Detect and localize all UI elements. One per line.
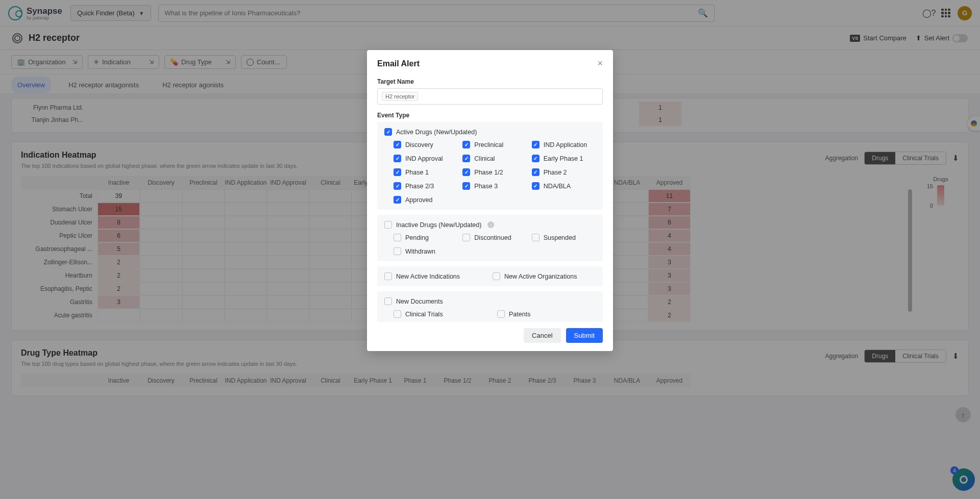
- checkbox-ind-application[interactable]: [532, 141, 540, 148]
- target-tag: H2 receptor: [382, 92, 418, 101]
- checkbox-label: Phase 2/3: [405, 183, 434, 190]
- checkbox-label: Discovery: [405, 141, 433, 148]
- checkbox-new-active-indications[interactable]: [384, 272, 392, 280]
- inactive-drugs-checkbox[interactable]: [384, 221, 392, 229]
- checkbox-label: IND Application: [544, 141, 587, 148]
- checkbox-new-active-organizations[interactable]: [493, 272, 500, 280]
- checkbox-label: Approved: [405, 196, 433, 204]
- target-name-input[interactable]: H2 receptor: [377, 88, 603, 105]
- checkbox-label: NDA/BLA: [544, 183, 571, 190]
- active-drugs-group: Active Drugs (New/Updated) DiscoveryPrec…: [377, 122, 603, 210]
- checkbox-preclinical[interactable]: [462, 141, 470, 148]
- modal-title: Email Alert: [377, 59, 420, 68]
- checkbox-label: New Active Organizations: [504, 273, 577, 280]
- checkbox-early-phase-1[interactable]: [532, 155, 540, 162]
- checkbox-discovery[interactable]: [394, 141, 401, 148]
- checkbox-phase-3[interactable]: [462, 182, 470, 190]
- checkbox-phase-2[interactable]: [532, 168, 540, 176]
- checkbox-clinical[interactable]: [462, 155, 470, 162]
- active-drugs-checkbox[interactable]: [384, 128, 392, 136]
- checkbox-pending[interactable]: [394, 234, 401, 241]
- submit-button[interactable]: Submit: [566, 328, 603, 343]
- checkbox-label: Clinical Trials: [405, 311, 443, 318]
- checkbox-label: Suspended: [544, 234, 576, 241]
- checkbox-label: New Active Indications: [396, 273, 460, 280]
- email-alert-modal: Email Alert × Target Name H2 receptor Ev…: [367, 50, 613, 351]
- checkbox-patents[interactable]: [497, 310, 505, 318]
- checkbox-label: Phase 1/2: [474, 169, 503, 176]
- ind-org-group: New Active IndicationsNew Active Organiz…: [377, 266, 603, 286]
- inactive-drugs-group: Inactive Drugs (New/Updated) i PendingDi…: [377, 215, 603, 261]
- checkbox-discontinued[interactable]: [462, 234, 470, 241]
- info-icon[interactable]: i: [487, 221, 494, 228]
- checkbox-label: Phase 2: [544, 169, 567, 176]
- checkbox-label: Phase 1: [405, 169, 429, 176]
- checkbox-label: IND Approval: [405, 155, 443, 162]
- new-documents-checkbox[interactable]: [384, 297, 392, 305]
- checkbox-label: Clinical: [474, 155, 495, 162]
- checkbox-label: Preclinical: [474, 141, 503, 148]
- event-type-label: Event Type: [377, 112, 603, 119]
- checkbox-label: Patents: [509, 311, 530, 318]
- checkbox-nda-bla[interactable]: [532, 182, 540, 190]
- checkbox-phase-2-3[interactable]: [394, 182, 401, 190]
- checkbox-clinical-trials[interactable]: [394, 310, 401, 318]
- checkbox-label: Phase 3: [474, 183, 498, 190]
- checkbox-phase-1-2[interactable]: [462, 168, 470, 176]
- cancel-button[interactable]: Cancel: [524, 328, 560, 343]
- checkbox-label: Withdrawn: [405, 248, 435, 255]
- checkbox-label: Discontinued: [474, 234, 511, 241]
- target-name-label: Target Name: [377, 78, 603, 85]
- checkbox-label: Pending: [405, 234, 429, 241]
- documents-group: New Documents Clinical TrialsPatents: [377, 291, 603, 322]
- checkbox-label: Early Phase 1: [544, 155, 583, 162]
- checkbox-ind-approval[interactable]: [394, 155, 401, 162]
- checkbox-withdrawn[interactable]: [394, 247, 401, 255]
- checkbox-suspended[interactable]: [532, 234, 540, 241]
- checkbox-phase-1[interactable]: [394, 168, 401, 176]
- checkbox-approved[interactable]: [394, 196, 401, 204]
- close-icon[interactable]: ×: [597, 58, 603, 69]
